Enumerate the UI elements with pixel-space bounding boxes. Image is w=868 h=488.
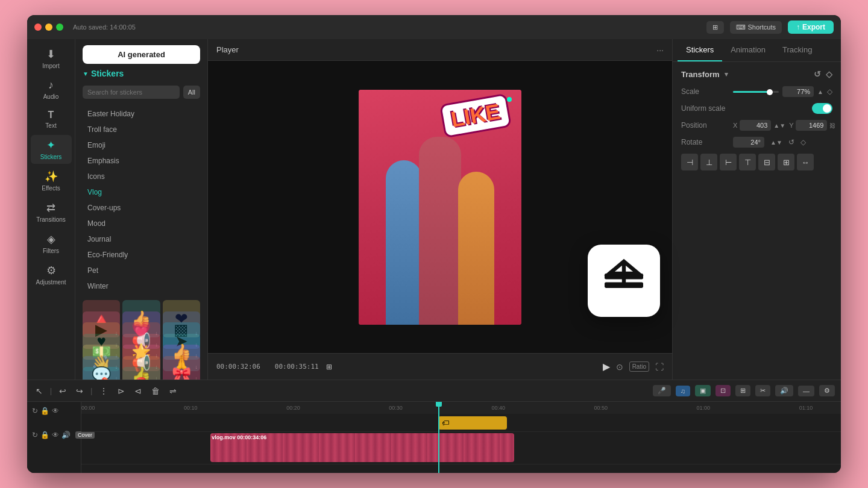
playhead[interactable] <box>438 402 439 473</box>
category-item-journal[interactable]: Journal <box>75 231 207 247</box>
mirror-button[interactable]: ⇌ <box>167 385 179 397</box>
undo-button[interactable]: ↩ <box>57 385 69 397</box>
sidebar-item-text[interactable]: T Text <box>31 106 72 133</box>
scale-slider[interactable] <box>733 91 779 93</box>
record-icon[interactable]: ⊙ <box>616 362 623 372</box>
eye-icon[interactable]: 👁 <box>52 407 59 415</box>
sticker-track[interactable]: 🏷 <box>438 416 506 430</box>
tab-animation[interactable]: Animation <box>722 39 774 61</box>
fullscreen-icon[interactable]: ⛶ <box>655 362 664 372</box>
category-item-emoji[interactable]: Emoji <box>75 137 207 153</box>
rotate-reset-icon[interactable]: ↺ <box>788 138 794 146</box>
close-button[interactable] <box>34 23 42 31</box>
category-item-eco_friendly[interactable]: Eco-Friendly <box>75 247 207 263</box>
grid-view-button[interactable]: ⊞ <box>326 363 332 371</box>
align-spread-h-button[interactable]: ↔ <box>797 154 814 170</box>
ruler-tick-3: 00:30 <box>389 405 403 411</box>
trim-left-button[interactable]: ⊳ <box>115 385 127 397</box>
category-item-troll_face[interactable]: Troll face <box>75 122 207 137</box>
category-item-pet[interactable]: Pet <box>75 263 207 278</box>
sticker-cell-sub[interactable]: 📌↓ <box>83 367 120 380</box>
shortcuts-button[interactable]: ⌨ Shortcuts <box>730 21 782 34</box>
main-body: ⬇ Import ♪ Audio T Text ✦ Stickers ✨ Eff… <box>27 39 841 380</box>
screen-record-button[interactable]: ⊡ <box>715 385 731 396</box>
sidebar-item-adjustment[interactable]: ⚙ Adjustment <box>31 260 72 289</box>
sticker-cell-what[interactable]: ❓↓ <box>122 367 160 380</box>
mic-button[interactable]: 🎤 <box>653 385 671 396</box>
reset-icon[interactable]: ↺ <box>814 69 821 79</box>
player-content: LIKE <box>208 61 672 353</box>
sticker-search-input[interactable] <box>83 86 180 99</box>
rotate-label: Rotate <box>681 138 729 146</box>
ratio-button[interactable]: Ratio <box>629 361 649 372</box>
position-y-input[interactable] <box>796 120 827 131</box>
toggle-switch[interactable] <box>812 103 832 114</box>
select-tool-button[interactable]: ↖ <box>33 385 45 397</box>
lock-icon[interactable]: 🔒 <box>40 407 49 415</box>
sidebar-item-effects[interactable]: ✨ Effects <box>31 166 72 195</box>
layout-button[interactable]: ⊞ <box>706 21 724 34</box>
maximize-button[interactable] <box>56 23 63 31</box>
scale-diamond-icon[interactable]: ◇ <box>827 87 832 96</box>
align-center-v-button[interactable]: ⊟ <box>758 154 775 170</box>
audio-extract-button[interactable]: ♫ <box>676 386 690 396</box>
speed-button[interactable]: — <box>798 386 814 396</box>
crop-button[interactable]: ✂ <box>755 385 770 396</box>
transform-dropdown-icon[interactable]: ▾ <box>725 70 728 78</box>
video-extract-button[interactable]: ▣ <box>695 385 711 396</box>
loop-icon-2[interactable]: ↻ <box>32 431 38 439</box>
volume-button[interactable]: 🔊 <box>775 385 793 396</box>
timeline-toolbar-right: 🎤 ♫ ▣ ⊡ ⊞ ✂ 🔊 — ⚙ <box>653 385 835 396</box>
player-menu-icon[interactable]: ··· <box>656 45 664 55</box>
selection-handle[interactable] <box>507 97 512 102</box>
delete-button[interactable]: 🗑 <box>149 385 162 397</box>
video-track[interactable]: vlog.mov 00:00:34:06 <box>210 433 514 462</box>
trim-right-button[interactable]: ⊲ <box>132 385 144 397</box>
volume-icon-2[interactable]: 🔊 <box>61 431 71 439</box>
rotate-value-input[interactable] <box>733 137 764 148</box>
scale-chevron-up[interactable]: ▲ <box>817 89 823 95</box>
import-label: Import <box>42 63 59 69</box>
scale-row: Scale ▲ ◇ <box>681 86 832 97</box>
redo-button[interactable]: ↪ <box>74 385 86 397</box>
settings-button[interactable]: ⚙ <box>819 385 835 396</box>
insert-button[interactable]: ⊞ <box>735 385 750 396</box>
minimize-button[interactable] <box>45 23 52 31</box>
align-left-button[interactable]: ⊣ <box>681 154 698 170</box>
category-item-winter[interactable]: Winter <box>75 278 207 294</box>
rotate-diamond-icon[interactable]: ◇ <box>800 138 806 146</box>
category-item-vlog[interactable]: Vlog <box>75 184 207 200</box>
uniform-scale-toggle[interactable] <box>812 103 832 114</box>
position-x-stepper[interactable]: ▲▼ <box>773 122 785 129</box>
category-item-emphasis[interactable]: Emphasis <box>75 153 207 169</box>
category-item-mood[interactable]: Mood <box>75 216 207 231</box>
align-bottom-button[interactable]: ⊞ <box>778 154 794 170</box>
scale-value-input[interactable] <box>782 86 814 97</box>
loop-icon[interactable]: ↻ <box>32 407 38 415</box>
category-item-icons[interactable]: Icons <box>75 169 207 184</box>
split-button[interactable]: ⋮ <box>97 385 110 397</box>
export-button[interactable]: ↑ Export <box>788 20 834 34</box>
diamond-icon[interactable]: ◇ <box>826 69 832 79</box>
ai-generated-button[interactable]: AI generated <box>83 45 200 64</box>
category-item-easter_holiday[interactable]: Easter Holiday <box>75 106 207 122</box>
rotate-stepper[interactable]: ▲▼ <box>770 139 782 146</box>
play-button[interactable]: ▶ <box>603 361 610 372</box>
position-x-input[interactable] <box>740 120 771 131</box>
all-filter-button[interactable]: All <box>183 86 200 99</box>
sidebar-item-import[interactable]: ⬇ Import <box>31 44 72 73</box>
sidebar-item-stickers[interactable]: ✦ Stickers <box>31 135 72 164</box>
sidebar-item-transitions[interactable]: ⇄ Transitions <box>31 198 72 227</box>
align-top-button[interactable]: ⊤ <box>739 154 756 170</box>
sticker-cell-bow[interactable]: 🎀↓ <box>163 356 200 380</box>
category-item-cover_ups[interactable]: Cover-ups <box>75 200 207 216</box>
lock-icon-2[interactable]: 🔒 <box>40 431 49 439</box>
align-center-h-button[interactable]: ⊥ <box>700 154 717 170</box>
sidebar-item-filters[interactable]: ◈ Filters <box>31 229 72 258</box>
tab-stickers[interactable]: Stickers <box>678 39 722 61</box>
tab-tracking[interactable]: Tracking <box>774 39 820 61</box>
sidebar-item-audio[interactable]: ♪ Audio <box>31 75 72 104</box>
position-y-link-icon[interactable]: ⛓ <box>829 122 835 129</box>
align-right-button[interactable]: ⊢ <box>720 154 737 170</box>
eye-icon-2[interactable]: 👁 <box>52 431 59 439</box>
